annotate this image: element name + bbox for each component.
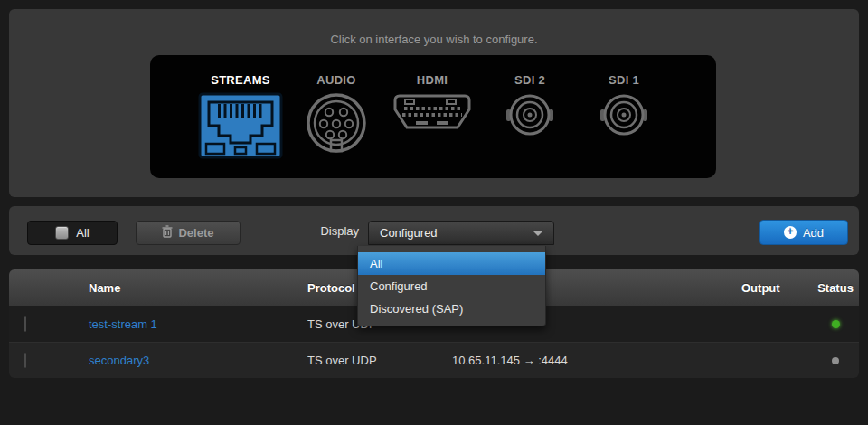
interface-panel: Click on interface you wish to configure…: [9, 9, 859, 197]
select-all-checkbox[interactable]: [55, 226, 69, 240]
stream-name-link[interactable]: test-stream 1: [89, 317, 157, 331]
chevron-down-icon: [533, 231, 542, 236]
add-button-label: Add: [803, 226, 824, 240]
ethernet-jack-icon: [191, 92, 290, 165]
dropdown-option-configured[interactable]: Configured: [358, 275, 545, 298]
dropdown-option-all[interactable]: All: [358, 252, 545, 275]
interface-audio-label: AUDIO: [287, 73, 386, 87]
row-checkbox[interactable]: [24, 353, 26, 368]
instruction-text: Click on interface you wish to configure…: [9, 9, 859, 46]
plus-circle-icon: +: [784, 226, 797, 239]
stream-name-link[interactable]: secondary3: [89, 354, 149, 367]
display-filter-dropdown: All Configured Discovered (SAP): [357, 246, 546, 326]
bnc-connector-icon: [480, 92, 580, 165]
bnc-connector-icon: [574, 92, 674, 165]
status-dot-inactive: [832, 357, 839, 364]
header-status: Status: [812, 281, 859, 295]
row-checkbox[interactable]: [24, 316, 26, 332]
header-output: Output: [732, 281, 812, 295]
interface-sdi2-label: SDI 2: [480, 73, 580, 87]
table-row: secondary3 TS over UDP 10.65.11.145 → :4…: [9, 342, 859, 378]
stream-protocol: TS over UDP: [298, 354, 443, 367]
delete-button[interactable]: Delete: [136, 221, 241, 245]
interface-audio[interactable]: AUDIO: [287, 73, 386, 165]
delete-button-label: Delete: [178, 226, 213, 240]
select-all-label: All: [76, 226, 89, 240]
dropdown-option-discovered-sap[interactable]: Discovered (SAP): [358, 298, 545, 320]
connector-strip: STREAMS AUDIO: [150, 55, 716, 178]
status-dot-active: [832, 320, 840, 328]
interface-sdi2[interactable]: SDI 2: [480, 73, 580, 165]
display-filter-label: Display: [258, 206, 359, 255]
select-all-button[interactable]: All: [27, 221, 118, 245]
header-name: Name: [80, 281, 298, 295]
trash-icon: [162, 225, 173, 241]
interface-hdmi[interactable]: HDMI: [382, 73, 482, 165]
interface-streams-label: STREAMS: [191, 73, 290, 87]
hdmi-connector-icon: [382, 92, 482, 165]
interface-hdmi-label: HDMI: [382, 73, 482, 87]
add-stream-button[interactable]: + Add: [760, 220, 848, 245]
interface-sdi1-label: SDI 1: [574, 73, 674, 87]
interface-streams[interactable]: STREAMS: [191, 73, 290, 165]
din-connector-icon: [287, 92, 386, 165]
interface-sdi1[interactable]: SDI 1: [574, 73, 674, 165]
stream-destination: 10.65.11.145 → :4444: [443, 354, 732, 367]
display-filter-selected-value: Configured: [380, 226, 438, 240]
display-filter-select[interactable]: Configured: [368, 221, 554, 245]
